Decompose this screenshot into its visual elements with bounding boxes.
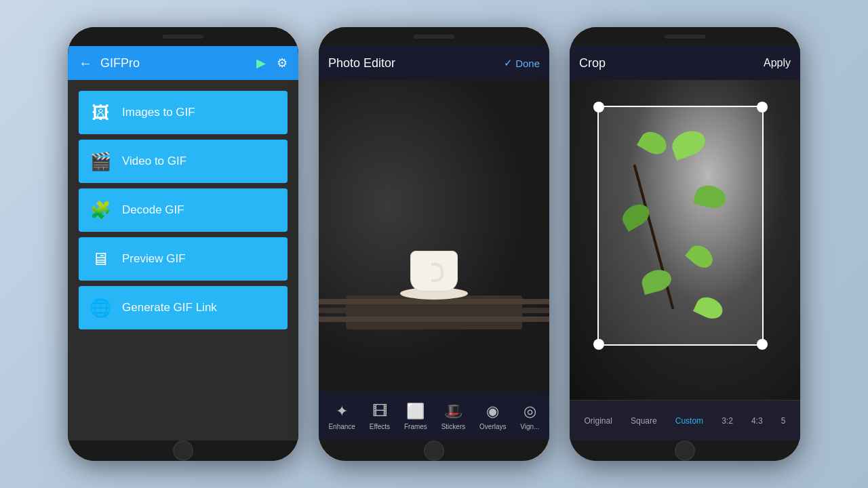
overlays-label: Overlays bbox=[479, 423, 506, 430]
crop-option-custom[interactable]: Custom bbox=[671, 413, 707, 428]
video-to-gif-button[interactable]: 🎬 Video to GIF bbox=[79, 140, 288, 183]
images-icon: 🖼 bbox=[90, 102, 111, 123]
crop-title: Crop bbox=[579, 56, 764, 70]
plank-2 bbox=[319, 308, 549, 313]
photo-editor-title: Photo Editor bbox=[328, 56, 504, 70]
vignette-label: Vign... bbox=[520, 423, 539, 430]
effects-tool[interactable]: 🎞 Effects bbox=[366, 400, 394, 433]
enhance-label: Enhance bbox=[328, 423, 355, 430]
video-icon: 🎬 bbox=[90, 151, 111, 172]
photo-bg bbox=[319, 80, 549, 392]
video-to-gif-label: Video to GIF bbox=[122, 155, 186, 168]
images-to-gif-button[interactable]: 🖼 Images to GIF bbox=[79, 91, 288, 134]
phone-2-screen: Photo Editor ✓ Done bbox=[319, 46, 549, 441]
settings-icon[interactable]: ⚙ bbox=[274, 53, 290, 73]
enhance-icon: ✦ bbox=[336, 403, 348, 420]
phone-1-top-bar bbox=[68, 27, 298, 46]
crop-toolbar: Crop Apply bbox=[570, 46, 800, 80]
crop-corner-bl[interactable] bbox=[593, 339, 604, 350]
crop-corner-tr[interactable] bbox=[757, 102, 768, 113]
phone-3-bottom-bar bbox=[570, 441, 800, 461]
frames-icon: ⬜ bbox=[406, 403, 425, 420]
phone-2: Photo Editor ✓ Done bbox=[319, 27, 549, 461]
apply-button[interactable]: Apply bbox=[764, 57, 791, 69]
images-to-gif-label: Images to GIF bbox=[122, 106, 195, 119]
vignette-tool[interactable]: ◎ Vign... bbox=[516, 400, 543, 433]
crop-option-4-3[interactable]: 4:3 bbox=[747, 413, 767, 428]
menu-area: 🖼 Images to GIF 🎬 Video to GIF 🧩 Decode … bbox=[68, 80, 298, 441]
play-icon[interactable]: ▶ bbox=[254, 53, 269, 73]
crop-option-original[interactable]: Original bbox=[580, 413, 616, 428]
done-button[interactable]: ✓ Done bbox=[504, 57, 540, 69]
crop-corner-tl[interactable] bbox=[593, 102, 604, 113]
plank-3 bbox=[319, 317, 549, 322]
crop-options-bar: Original Square Custom 3:2 4:3 5 bbox=[570, 400, 800, 441]
phone-1: ← GIFPro ▶ ⚙ 🖼 Images to GIF 🎬 Video to … bbox=[68, 27, 298, 461]
decode-gif-label: Decode GIF bbox=[122, 203, 184, 217]
photo-editor-tools: ✦ Enhance 🎞 Effects ⬜ Frames 🎩 Stickers … bbox=[319, 392, 549, 441]
cup-scene bbox=[373, 248, 495, 329]
phone-2-top-bar bbox=[319, 27, 549, 46]
plank-1 bbox=[319, 299, 549, 304]
photo-editor-canvas bbox=[319, 80, 549, 392]
phone-3-speaker bbox=[665, 35, 705, 39]
decode-gif-button[interactable]: 🧩 Decode GIF bbox=[79, 188, 288, 232]
phone-2-bottom-bar bbox=[319, 441, 549, 461]
preview-gif-label: Preview GIF bbox=[122, 252, 186, 266]
phone-1-speaker bbox=[163, 35, 203, 39]
generate-gif-link-button[interactable]: 🌐 Generate GIF Link bbox=[79, 286, 288, 329]
back-icon[interactable]: ← bbox=[76, 53, 95, 74]
phone-1-toolbar: ← GIFPro ▶ ⚙ bbox=[68, 46, 298, 80]
app-title: GIFPro bbox=[100, 56, 248, 70]
done-check-icon: ✓ bbox=[504, 57, 513, 69]
phone-3-top-bar bbox=[570, 27, 800, 46]
phone-2-speaker bbox=[414, 35, 454, 39]
phone-1-screen: ← GIFPro ▶ ⚙ 🖼 Images to GIF 🎬 Video to … bbox=[68, 46, 298, 441]
stickers-label: Stickers bbox=[441, 423, 466, 430]
home-button[interactable] bbox=[173, 441, 193, 461]
crop-canvas bbox=[570, 80, 800, 400]
stickers-icon: 🎩 bbox=[444, 403, 462, 420]
photo-editor-toolbar: Photo Editor ✓ Done bbox=[319, 46, 549, 80]
phone-3-screen: Crop Apply bbox=[570, 46, 800, 441]
generate-gif-link-label: Generate GIF Link bbox=[122, 301, 217, 314]
crop-option-5[interactable]: 5 bbox=[777, 413, 790, 428]
effects-icon: 🎞 bbox=[372, 403, 387, 420]
overlays-icon: ◉ bbox=[486, 403, 499, 420]
home-button-3[interactable] bbox=[675, 441, 695, 461]
crop-option-3-2[interactable]: 3:2 bbox=[717, 413, 737, 428]
home-button-2[interactable] bbox=[424, 441, 444, 461]
overlays-tool[interactable]: ◉ Overlays bbox=[475, 400, 510, 433]
crop-corner-br[interactable] bbox=[757, 339, 768, 350]
preview-gif-button[interactable]: 🖥 Preview GIF bbox=[79, 237, 288, 281]
done-label: Done bbox=[515, 58, 540, 69]
table bbox=[346, 296, 522, 329]
frames-tool[interactable]: ⬜ Frames bbox=[400, 400, 431, 433]
preview-icon: 🖥 bbox=[90, 249, 111, 270]
phone-1-bottom-bar bbox=[68, 441, 298, 461]
crop-option-square[interactable]: Square bbox=[627, 413, 661, 428]
vignette-icon: ◎ bbox=[524, 403, 536, 420]
phone-3: Crop Apply bbox=[570, 27, 800, 461]
crop-bg bbox=[570, 80, 800, 400]
crop-overlay[interactable] bbox=[597, 106, 764, 346]
stickers-tool[interactable]: 🎩 Stickers bbox=[437, 400, 470, 433]
decode-icon: 🧩 bbox=[90, 200, 111, 221]
globe-icon: 🌐 bbox=[90, 298, 111, 319]
effects-label: Effects bbox=[370, 423, 390, 430]
enhance-tool[interactable]: ✦ Enhance bbox=[324, 400, 359, 433]
frames-label: Frames bbox=[404, 423, 427, 430]
